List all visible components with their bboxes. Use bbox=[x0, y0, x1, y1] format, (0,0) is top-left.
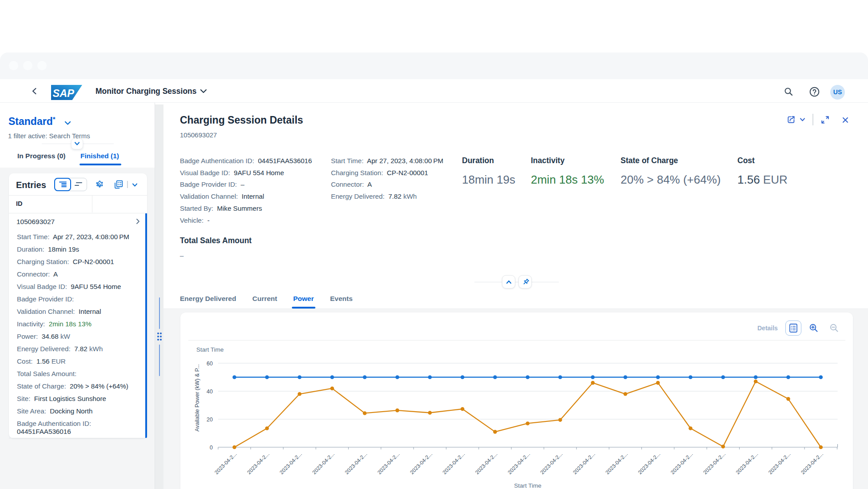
svg-text:2023-04-2...: 2023-04-2... bbox=[800, 451, 824, 476]
svg-text:2023-04-2...: 2023-04-2... bbox=[279, 451, 303, 476]
svg-text:2023-04-2...: 2023-04-2... bbox=[637, 451, 662, 476]
svg-text:2023-04-2...: 2023-04-2... bbox=[669, 451, 694, 476]
svg-text:2023-04-2...: 2023-04-2... bbox=[506, 451, 531, 476]
svg-text:60: 60 bbox=[207, 361, 213, 367]
svg-text:SAP: SAP bbox=[53, 88, 75, 99]
svg-text:Start Time: Start Time bbox=[514, 482, 542, 489]
svg-text:2023-04-2...: 2023-04-2... bbox=[767, 451, 792, 476]
svg-text:0: 0 bbox=[210, 445, 213, 451]
svg-text:20: 20 bbox=[207, 417, 213, 423]
svg-text:2023-04-2...: 2023-04-2... bbox=[539, 451, 564, 476]
svg-text:2023-04-2...: 2023-04-2... bbox=[702, 451, 727, 476]
svg-text:2023-04-2...: 2023-04-2... bbox=[572, 451, 597, 476]
svg-text:40: 40 bbox=[207, 389, 213, 395]
svg-text:Start Time: Start Time bbox=[196, 346, 224, 353]
svg-text:2023-04-2...: 2023-04-2... bbox=[442, 451, 466, 476]
svg-text:2023-04-2...: 2023-04-2... bbox=[409, 451, 434, 476]
svg-text:2023-04-2...: 2023-04-2... bbox=[735, 451, 760, 476]
svg-text:2023-04-2...: 2023-04-2... bbox=[474, 451, 499, 476]
svg-text:Available Power (kW) & P...: Available Power (kW) & P... bbox=[194, 364, 200, 432]
svg-text:2023-04-2...: 2023-04-2... bbox=[344, 451, 369, 476]
svg-text:2023-04-2...: 2023-04-2... bbox=[311, 451, 336, 476]
svg-text:2023-04-2...: 2023-04-2... bbox=[246, 451, 271, 476]
svg-text:2023-04-2...: 2023-04-2... bbox=[213, 451, 238, 476]
svg-text:2023-04-2...: 2023-04-2... bbox=[376, 451, 401, 476]
svg-text:2023-04-2...: 2023-04-2... bbox=[604, 451, 629, 476]
